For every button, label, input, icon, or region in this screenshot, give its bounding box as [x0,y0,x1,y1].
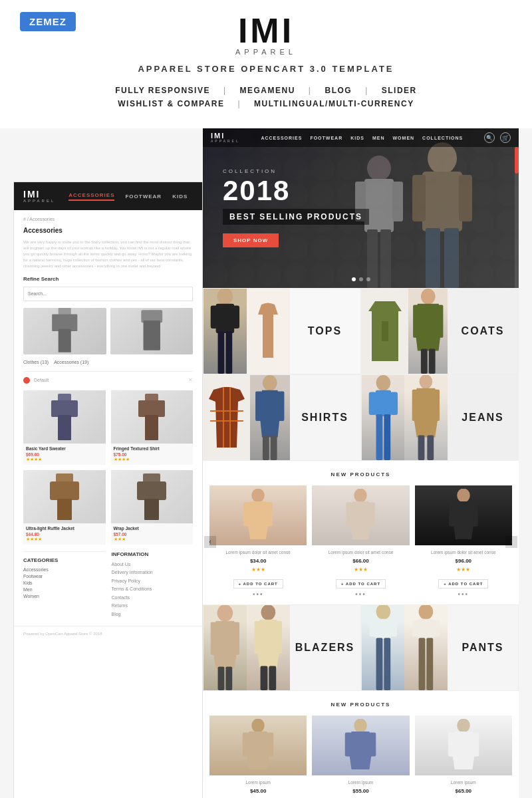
sidebar-nav-accessories[interactable]: ACCESSORIES [68,192,114,201]
svg-rect-26 [392,182,403,221]
product-3-figure [48,473,81,520]
sidebar-product-2[interactable]: Fringed Textured Shirt $75.00 ★★★★ [111,390,194,465]
new-products-section2: NEW PRODUCTS Lorem ipsum [203,691,519,798]
shop-now-button[interactable]: SHOP NOW [223,233,279,247]
brand-logo: IMI [0,13,532,48]
svg-rect-20 [459,175,472,221]
product-3-stars: ★★★★ [26,537,103,542]
prev-arrow[interactable]: ‹ [204,536,216,548]
tops-images [203,289,290,374]
product-card-2[interactable]: Lorem ipsum dolor sit amet conse $66.00 … [312,485,409,598]
svg-point-56 [420,375,433,389]
product-4-figure [135,473,168,520]
product-b-svg [340,719,380,772]
search-icon[interactable]: 🔍 [484,132,495,143]
thumb-labels: Clothes (13) Accessories (19) [23,360,193,364]
product-2-more[interactable]: ••• [312,591,409,598]
product-1-price: $69.00 [26,452,103,457]
blazers-cell[interactable]: BLAZERS [203,604,361,691]
next-arrow[interactable]: › [505,536,517,548]
zemez-badge[interactable]: ZEMEZ [20,12,76,31]
info-delivery[interactable]: Delivery Information [112,569,194,577]
clothes-figure [23,308,106,354]
product-3-more[interactable]: ••• [415,591,512,598]
tops-label-area: TOPS [290,289,360,374]
hero-scrollbar[interactable] [515,147,519,288]
add-to-cart-2[interactable]: + ADD TO CART [336,579,386,589]
color-reset-icon[interactable]: ✕ [188,377,193,383]
sep3: | [365,86,368,95]
sidebar-nav-kids[interactable]: KIDS [172,194,188,200]
hero-nav-collections[interactable]: COLLECTIONS [422,136,463,140]
product-card-c[interactable]: Lorem ipsum $65.00 [415,716,512,797]
sidebar-logo-bot: APPAREL [23,199,55,203]
info-privacy[interactable]: Privacy Policy [112,577,194,586]
svg-rect-12 [50,481,79,500]
add-to-cart-3[interactable]: + ADD TO CART [438,579,488,589]
coats-cell[interactable]: COATS [361,288,519,374]
blazers-img1 [203,605,247,690]
product-card-b-name: Lorem ipsum [312,779,409,785]
color-filter-row: Default ✕ [23,371,193,384]
hero-dot-1[interactable] [352,277,356,281]
svg-point-64 [354,489,368,503]
info-contacts[interactable]: Contacts [112,594,194,602]
feature-wishlist: WISHLIST & COMPARE [118,99,224,108]
blazers-model2-svg [247,605,290,690]
product-card-a[interactable]: Lorem ipsum $45.00 [209,716,307,797]
product-card-1-name: Lorem ipsum dolor sit amet conse [209,549,307,555]
svg-rect-21 [426,228,440,288]
accessories-silhouette [110,308,194,354]
cat-item-kids[interactable]: Kids [23,581,105,585]
pants-cell-content: PANTS [362,605,519,690]
product-1-info: Basic Yard Sweater $69.00 ★★★★ [23,444,106,465]
svg-rect-90 [419,638,426,690]
info-about[interactable]: About Us [112,561,194,569]
info-terms[interactable]: Terms & Conditions [112,585,194,594]
hero-nav-kids[interactable]: KIDS [350,136,364,140]
cat-item-men[interactable]: Men [23,587,105,592]
jeans-cell[interactable]: JEANS [361,374,519,461]
sidebar-product-1[interactable]: Basic Yard Sweater $69.00 ★★★★ [23,390,106,465]
svg-point-70 [217,605,233,622]
sidebar-product-3[interactable]: Ultra-light Ruffle Jacket $44.80 ★★★★ [23,470,106,545]
shirts-cell[interactable]: SHIRTS [203,374,361,461]
shirts-img-model [250,375,290,460]
sidebar-nav-footwear[interactable]: FOOTWEAR [125,194,162,200]
hero-nav-women[interactable]: WOMEN [393,136,415,140]
info-returns[interactable]: Returns [112,602,194,610]
jeans-img-model2 [404,375,448,460]
products-row2: Lorem ipsum $45.00 [209,716,512,797]
svg-point-23 [367,156,391,181]
product-card-3[interactable]: Lorem ipsum dolor sit amet conse $96.00 … [415,485,512,598]
sidebar-product-4[interactable]: Wrap Jacket $57.00 ★★★ [111,470,194,545]
search-input[interactable] [23,287,193,301]
thumb-clothes [23,308,106,354]
product-card-2-stars: ★★★ [312,567,409,573]
product-card-1[interactable]: Lorem ipsum dolor sit amet conse $34.00 … [209,485,307,598]
info-blog[interactable]: Blog [112,610,194,619]
tops-cell[interactable]: TOPS [203,288,361,374]
cat-item-footwear[interactable]: Footwear [23,574,105,579]
hero-nav-footwear[interactable]: FOOTWEAR [310,136,342,140]
svg-rect-7 [58,415,71,440]
jeans-model-svg [362,375,405,460]
product-1-more[interactable]: ••• [209,591,307,598]
svg-rect-77 [275,621,282,654]
cat-item-women[interactable]: Women [23,594,105,598]
cat-item-accessories[interactable]: Accessories [23,567,105,572]
svg-rect-9 [138,400,165,417]
pants-cell[interactable]: PANTS [361,604,519,691]
svg-rect-19 [412,175,426,221]
hero-nav-men[interactable]: MEN [372,136,385,140]
svg-point-61 [251,489,265,503]
cart-icon[interactable]: 🛒 [500,132,511,143]
hero-dot-2[interactable] [359,277,363,281]
add-to-cart-1[interactable]: + ADD TO CART [233,579,283,589]
svg-rect-100 [472,733,479,757]
hero-nav-accessories[interactable]: ACCESSORIES [261,136,302,140]
product-card-b[interactable]: Lorem ipsum $55.00 [312,716,409,797]
hero-dot-3[interactable] [366,277,370,281]
svg-rect-60 [428,436,434,460]
svg-rect-63 [265,503,273,527]
